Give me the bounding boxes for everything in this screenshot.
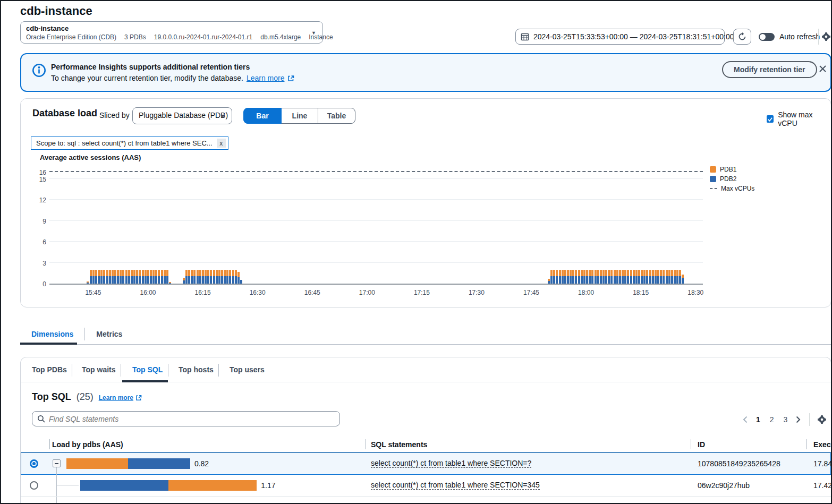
show-max-vcpu-control[interactable]: Show max vCPU xyxy=(767,110,831,127)
row-radio[interactable] xyxy=(30,481,38,490)
sql-id: 06w2c90j27hub xyxy=(698,481,750,490)
tab-separator xyxy=(168,364,168,377)
calendar-icon xyxy=(521,32,529,41)
external-link-icon xyxy=(135,395,142,401)
auto-refresh-label: Auto refresh xyxy=(779,32,820,41)
banner-title: Performance Insights supports additional… xyxy=(51,63,250,71)
sliced-by-label: Sliced by xyxy=(99,111,130,119)
tab-metrics[interactable]: Metrics xyxy=(85,330,133,338)
auto-refresh-control: Auto refresh xyxy=(759,29,820,45)
aas-y-axis: 0369121516 xyxy=(31,169,46,285)
instance-engine: Oracle Enterprise Edition (CDB) xyxy=(26,33,116,41)
learn-more-link[interactable]: Learn more xyxy=(99,394,133,402)
next-page-icon[interactable] xyxy=(795,416,802,423)
page-title: cdb-instance xyxy=(20,4,92,18)
page-1[interactable]: 1 xyxy=(754,415,762,424)
view-line-button[interactable]: Line xyxy=(281,108,318,124)
header-divider xyxy=(818,29,819,45)
sql-id: 10780851849235265428 xyxy=(698,459,780,468)
table-row[interactable]: 1.17 select count(*) ct from table1 wher… xyxy=(21,475,831,496)
column-id: ID xyxy=(698,440,705,449)
tab-top-hosts[interactable]: Top hosts xyxy=(179,365,214,374)
sql-statement-link[interactable]: select count(*) ct from table1 where SEC… xyxy=(371,481,540,490)
active-subtab-indicator xyxy=(122,380,168,382)
toggle-knob xyxy=(760,34,766,40)
executions-value: 17.42 xyxy=(813,481,831,490)
load-value: 0.82 xyxy=(194,459,209,468)
row-radio-selected[interactable] xyxy=(30,459,38,468)
view-bar-button[interactable]: Bar xyxy=(243,108,282,124)
column-divider xyxy=(806,439,807,449)
table-row[interactable]: 0.82 select count(*) ct from table1 wher… xyxy=(21,452,831,475)
aas-x-axis: 15:4516:0016:1516:3016:4517:0017:1517:30… xyxy=(49,289,703,297)
view-table-button[interactable]: Table xyxy=(318,108,355,124)
instance-class: db.m5.4xlarge xyxy=(260,33,301,41)
retention-info-banner: Performance Insights supports additional… xyxy=(20,53,831,92)
pagination-divider xyxy=(809,413,810,426)
chart-view-toggle: Bar Line Table xyxy=(243,108,355,124)
executions-value: 17.84 xyxy=(813,459,831,468)
column-divider xyxy=(366,439,366,449)
top-sql-title: Top SQL xyxy=(32,391,71,403)
checkbox-checked-icon[interactable] xyxy=(767,115,774,123)
instance-name: cdb-instance xyxy=(26,24,308,32)
show-max-vcpu-label: Show max vCPU xyxy=(778,110,831,127)
modify-retention-tier-button[interactable]: Modify retention tier xyxy=(722,61,817,78)
external-link-icon xyxy=(287,75,294,82)
instance-pdbs: 3 PDBs xyxy=(124,33,146,41)
slice-dropdown-value: Pluggable Database (PDB) xyxy=(139,111,228,119)
tab-top-pdbs[interactable]: Top PDBs xyxy=(32,365,67,374)
dismiss-token-icon[interactable]: x xyxy=(217,139,226,148)
column-load-by-pdbs: Load by pdbs (AAS) xyxy=(52,440,123,449)
learn-more-link[interactable]: Learn more xyxy=(247,74,285,82)
tab-separator xyxy=(218,364,219,377)
load-bar xyxy=(80,480,257,491)
tree-connector-vertical xyxy=(56,467,57,504)
search-input[interactable] xyxy=(49,415,335,423)
performance-insights-page: cdb-instance cdb-instance Oracle Enterpr… xyxy=(0,0,832,504)
time-range-picker[interactable]: 2024-03-25T15:33:53+00:00 — 2024-03-25T1… xyxy=(515,29,725,45)
settings-gear-icon[interactable] xyxy=(821,32,831,41)
sql-statement-link[interactable]: select count(*) ct from table1 where SEC… xyxy=(371,459,531,468)
top-sql-header: Top SQL (25) Learn more xyxy=(32,391,142,403)
page-3[interactable]: 3 xyxy=(782,415,790,424)
database-load-card: Database load Sliced by Pluggable Databa… xyxy=(20,98,831,307)
row-divider xyxy=(21,496,831,497)
slice-dropdown[interactable]: Pluggable Database (PDB) ▼ xyxy=(132,107,232,124)
aas-chart-plot[interactable] xyxy=(49,169,703,285)
column-sql-statements: SQL statements xyxy=(371,440,427,449)
column-executions: Execu xyxy=(813,440,831,449)
banner-description: To change your current retention tier, m… xyxy=(51,74,294,82)
database-load-title: Database load xyxy=(32,108,97,119)
table-preferences-gear-icon[interactable] xyxy=(817,415,827,424)
scope-filter-token: Scope to: sql : select count(*) ct from … xyxy=(31,136,228,150)
banner-description-text: To change your current retention tier, m… xyxy=(51,74,243,82)
chart-legend: PDB1PDB2Max vCPUs xyxy=(710,165,754,193)
close-icon[interactable] xyxy=(819,65,827,73)
load-bar-cell: 1.17 xyxy=(80,480,276,491)
sql-search-box xyxy=(32,411,340,426)
top-sql-learn-more[interactable]: Learn more xyxy=(99,394,142,402)
chart-title: Average active sessions (AAS) xyxy=(40,153,141,161)
tab-top-users[interactable]: Top users xyxy=(230,365,265,374)
column-divider xyxy=(49,439,50,449)
dimensions-panel: Top PDBs Top waits Top SQL Top hosts Top… xyxy=(20,357,831,504)
auto-refresh-toggle[interactable] xyxy=(759,33,775,41)
column-divider xyxy=(691,439,691,449)
collapse-row-icon[interactable] xyxy=(53,459,61,467)
tab-top-waits[interactable]: Top waits xyxy=(82,365,116,374)
chevron-down-icon: ▼ xyxy=(311,30,316,36)
instance-details: Oracle Enterprise Edition (CDB) 3 PDBs 1… xyxy=(26,33,308,41)
load-bar-cell: 0.82 xyxy=(66,458,209,469)
tab-top-sql[interactable]: Top SQL xyxy=(132,365,163,374)
tab-dimensions[interactable]: Dimensions xyxy=(20,330,84,338)
page-2[interactable]: 2 xyxy=(768,415,776,424)
row-divider xyxy=(21,503,831,503)
tabs-hairline xyxy=(20,344,831,345)
chevron-down-icon: ▼ xyxy=(220,114,225,119)
previous-page-icon[interactable] xyxy=(742,416,749,423)
active-tab-indicator xyxy=(20,343,77,345)
tab-separator xyxy=(72,364,72,377)
refresh-button[interactable] xyxy=(733,29,751,45)
instance-selector[interactable]: cdb-instance Oracle Enterprise Edition (… xyxy=(20,21,323,44)
